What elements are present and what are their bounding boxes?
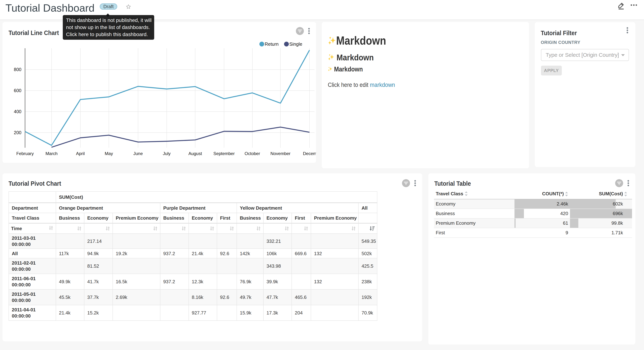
svg-text:November: November [270, 151, 290, 156]
svg-text:October: October [244, 151, 260, 156]
svg-text:April: April [76, 151, 85, 156]
svg-text:August: August [188, 151, 202, 156]
svg-text:May: May [105, 151, 113, 156]
svg-text:600: 600 [14, 88, 22, 93]
svg-text:400: 400 [14, 109, 22, 114]
svg-text:July: July [163, 151, 171, 156]
svg-text:Return: Return [265, 42, 279, 46]
svg-text:February: February [16, 151, 34, 156]
svg-text:200: 200 [14, 130, 22, 135]
svg-text:March: March [46, 151, 58, 156]
svg-text:Single: Single [289, 42, 302, 46]
svg-text:December: December [303, 151, 316, 156]
svg-text:800: 800 [14, 67, 22, 72]
svg-text:June: June [133, 151, 143, 156]
svg-text:September: September [213, 151, 234, 156]
